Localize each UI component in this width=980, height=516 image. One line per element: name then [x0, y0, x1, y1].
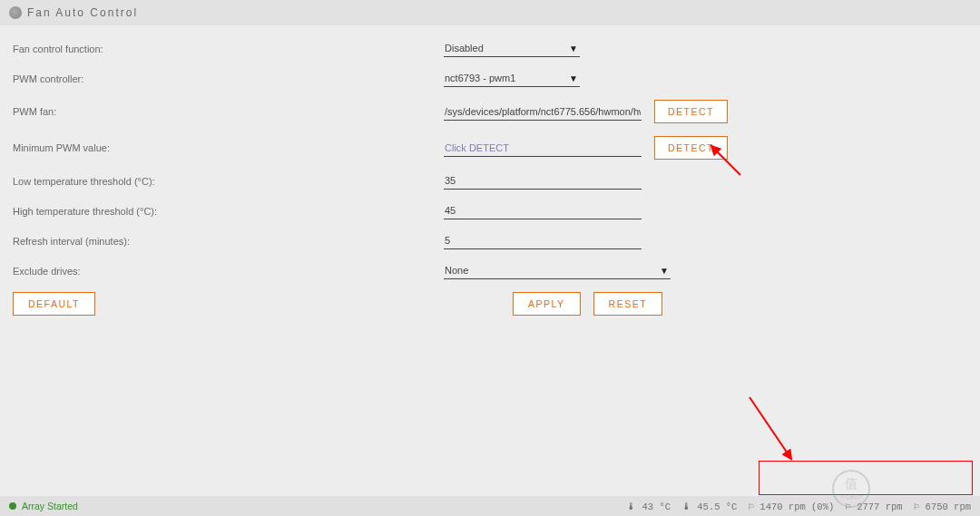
- fan-control-select[interactable]: Disabled ▼: [444, 40, 580, 57]
- svg-text:值: 值: [845, 476, 858, 491]
- header-icon: [9, 6, 22, 19]
- settings-form: Fan control function: Disabled ▼ PWM con…: [0, 25, 980, 321]
- pwm-fan-input[interactable]: [444, 103, 642, 121]
- label-pwm-controller: PWM controller:: [13, 73, 444, 84]
- chevron-down-icon: ▼: [569, 44, 578, 54]
- thermometer-icon: 🌡: [681, 501, 691, 512]
- page-header: Fan Auto Control: [0, 0, 980, 25]
- pwm-controller-select[interactable]: nct6793 - pwm1 ▼: [444, 70, 580, 87]
- chevron-down-icon: ▼: [569, 73, 578, 83]
- label-pwm-fan: PWM fan:: [13, 106, 444, 117]
- label-low-temp: Low temperature threshold (°C):: [13, 176, 444, 187]
- action-row: DEFAULT APPLY RESET: [13, 292, 967, 316]
- fan-reading-3: ⚐ 6750 rpm: [914, 501, 971, 512]
- exclude-drives-select[interactable]: None ▼: [444, 262, 671, 279]
- temp-reading-1: 🌡 43 °C: [626, 501, 671, 512]
- array-status: Array Started: [9, 501, 78, 511]
- annotation-box: [759, 461, 973, 495]
- label-exclude: Exclude drives:: [13, 266, 444, 277]
- reset-button[interactable]: RESET: [593, 292, 663, 316]
- row-low-temp: Low temperature threshold (°C):: [13, 172, 967, 190]
- label-refresh: Refresh interval (minutes):: [13, 236, 444, 247]
- fan-icon: ⚐: [845, 501, 851, 512]
- row-exclude: Exclude drives: None ▼: [13, 262, 967, 279]
- status-dot-icon: [9, 502, 16, 510]
- chevron-down-icon: ▼: [660, 266, 669, 276]
- status-bar: Array Started 🌡 43 °C 🌡 45.5 °C ⚐ 1470 r…: [0, 496, 980, 516]
- refresh-input[interactable]: [444, 232, 642, 249]
- high-temp-input[interactable]: [444, 202, 642, 219]
- fan-reading-1: ⚐ 1470 rpm (0%): [748, 501, 834, 512]
- svg-line-1: [750, 397, 791, 459]
- detect-min-pwm-button[interactable]: DETECT: [654, 136, 728, 160]
- label-high-temp: High temperature threshold (°C):: [13, 206, 444, 217]
- thermometer-icon: 🌡: [626, 501, 636, 512]
- annotation-arrow-icon: [744, 392, 799, 464]
- page-title: Fan Auto Control: [27, 6, 138, 19]
- low-temp-input[interactable]: [444, 172, 642, 190]
- row-pwm-fan: PWM fan: DETECT: [13, 100, 967, 123]
- detect-pwm-fan-button[interactable]: DETECT: [654, 100, 728, 123]
- row-pwm-controller: PWM controller: nct6793 - pwm1 ▼: [13, 70, 967, 87]
- fan-reading-2: ⚐ 2777 rpm: [845, 501, 902, 512]
- array-status-text: Array Started: [22, 501, 78, 511]
- row-fan-control: Fan control function: Disabled ▼: [13, 40, 967, 57]
- apply-button[interactable]: APPLY: [513, 292, 581, 316]
- temp-reading-2: 🌡 45.5 °C: [681, 501, 737, 512]
- min-pwm-input[interactable]: [444, 140, 642, 157]
- sensor-readouts: 🌡 43 °C 🌡 45.5 °C ⚐ 1470 rpm (0%) ⚐ 2777…: [626, 501, 971, 512]
- row-high-temp: High temperature threshold (°C):: [13, 202, 967, 219]
- label-min-pwm: Minimum PWM value:: [13, 142, 444, 153]
- fan-icon: ⚐: [914, 501, 920, 512]
- fan-icon: ⚐: [748, 501, 754, 512]
- row-min-pwm: Minimum PWM value: DETECT: [13, 136, 967, 160]
- label-fan-control: Fan control function:: [13, 44, 444, 54]
- row-refresh: Refresh interval (minutes):: [13, 232, 967, 249]
- default-button[interactable]: DEFAULT: [13, 292, 95, 316]
